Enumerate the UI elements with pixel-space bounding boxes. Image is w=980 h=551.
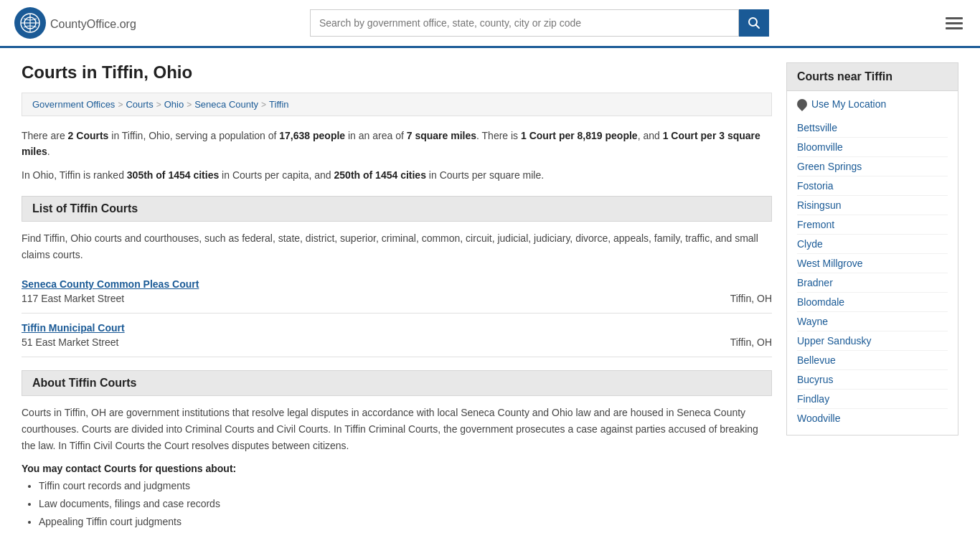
sidebar-city-link-10[interactable]: Wayne bbox=[797, 316, 828, 327]
info-area: 7 square miles bbox=[407, 130, 476, 141]
about-text: Courts in Tiffin, OH are government inst… bbox=[22, 405, 772, 454]
search-input[interactable] bbox=[310, 9, 739, 37]
about-contact-list: Tiffin court records and judgments Law d… bbox=[22, 479, 772, 529]
info-population: 17,638 people bbox=[279, 130, 345, 141]
list-section-header: List of Tiffin Courts bbox=[22, 196, 772, 222]
about-section-header: About Tiffin Courts bbox=[22, 370, 772, 396]
logo-icon bbox=[14, 7, 46, 39]
location-pin-icon bbox=[795, 97, 809, 111]
about-list-item-1: Tiffin court records and judgments bbox=[39, 479, 772, 494]
breadcrumb-sep-2: > bbox=[156, 100, 161, 110]
court-item-2: Tiffin Municipal Court 51 East Market St… bbox=[22, 314, 772, 357]
about-contact-label: You may contact Courts for questions abo… bbox=[22, 463, 772, 474]
court-address-2: 51 East Market Street bbox=[22, 336, 118, 348]
sidebar-city-item-8: Bradner bbox=[797, 273, 948, 293]
sidebar-city-item-1: Bloomville bbox=[797, 138, 948, 157]
search-icon bbox=[748, 17, 760, 29]
breadcrumb: Government Offices > Courts > Ohio > Sen… bbox=[22, 93, 772, 116]
search-area bbox=[310, 9, 769, 37]
sidebar-cities: BettsvilleBloomvilleGreen SpringsFostori… bbox=[797, 118, 948, 428]
sidebar-city-link-6[interactable]: Clyde bbox=[797, 238, 823, 250]
breadcrumb-item-seneca[interactable]: Seneca County bbox=[194, 99, 258, 110]
menu-button[interactable] bbox=[943, 14, 966, 32]
sidebar-city-link-0[interactable]: Bettsville bbox=[797, 122, 837, 133]
sidebar-city-item-11: Upper Sandusky bbox=[797, 331, 948, 351]
breadcrumb-item-ohio[interactable]: Ohio bbox=[164, 99, 184, 110]
sidebar-city-link-2[interactable]: Green Springs bbox=[797, 161, 862, 172]
breadcrumb-sep-3: > bbox=[187, 100, 192, 110]
sidebar-city-item-13: Bucyrus bbox=[797, 370, 948, 390]
info-rank-capita: 305th of 1454 cities bbox=[127, 169, 219, 181]
sidebar-city-item-10: Wayne bbox=[797, 312, 948, 331]
sidebar-city-link-14[interactable]: Findlay bbox=[797, 393, 829, 405]
logo-area: CountyOffice.org bbox=[14, 7, 136, 39]
use-my-location-link[interactable]: Use My Location bbox=[811, 98, 886, 110]
sidebar-city-link-15[interactable]: Woodville bbox=[797, 413, 840, 424]
main-container: Courts in Tiffin, Ohio Government Office… bbox=[0, 48, 980, 547]
court-city-1: Tiffin, OH bbox=[730, 293, 772, 304]
sidebar-city-item-7: West Millgrove bbox=[797, 254, 948, 273]
breadcrumb-item-tiffin[interactable]: Tiffin bbox=[269, 99, 288, 110]
sidebar-city-link-11[interactable]: Upper Sandusky bbox=[797, 335, 872, 347]
breadcrumb-sep-1: > bbox=[118, 100, 123, 110]
sidebar-city-link-3[interactable]: Fostoria bbox=[797, 180, 834, 192]
court-row-1: 117 East Market Street Tiffin, OH bbox=[22, 293, 772, 304]
breadcrumb-sep-4: > bbox=[261, 100, 266, 110]
sidebar-city-item-6: Clyde bbox=[797, 235, 948, 254]
logo-suffix: .org bbox=[116, 18, 136, 30]
info-rank-sqmile: 250th of 1454 cities bbox=[334, 169, 426, 181]
court-row-2: 51 East Market Street Tiffin, OH bbox=[22, 336, 772, 348]
breadcrumb-item-courts[interactable]: Courts bbox=[126, 99, 153, 110]
list-section-description: Find Tiffin, Ohio courts and courthouses… bbox=[22, 230, 772, 263]
sidebar-city-link-5[interactable]: Fremont bbox=[797, 219, 834, 230]
sidebar: Courts near Tiffin Use My Location Betts… bbox=[786, 62, 958, 532]
info-paragraph-2: In Ohio, Tiffin is ranked 305th of 1454 … bbox=[22, 167, 772, 183]
court-list: Seneca County Common Pleas Court 117 Eas… bbox=[22, 270, 772, 357]
sidebar-city-item-12: Bellevue bbox=[797, 351, 948, 370]
info-paragraph-1: There are 2 Courts in Tiffin, Ohio, serv… bbox=[22, 128, 772, 160]
content-area: Courts in Tiffin, Ohio Government Office… bbox=[22, 62, 772, 532]
sidebar-city-item-5: Fremont bbox=[797, 215, 948, 235]
info-per-sqmile: 1 Court per 3 square miles bbox=[22, 130, 760, 157]
logo-text: CountyOffice.org bbox=[50, 15, 136, 32]
sidebar-city-item-15: Woodville bbox=[797, 409, 948, 428]
header: CountyOffice.org bbox=[0, 0, 980, 48]
court-name-2[interactable]: Tiffin Municipal Court bbox=[22, 322, 772, 334]
sidebar-city-link-8[interactable]: Bradner bbox=[797, 277, 833, 288]
sidebar-city-link-1[interactable]: Bloomville bbox=[797, 141, 843, 153]
sidebar-city-item-3: Fostoria bbox=[797, 176, 948, 196]
sidebar-city-item-14: Findlay bbox=[797, 390, 948, 409]
search-button[interactable] bbox=[739, 9, 769, 37]
sidebar-city-item-4: Risingsun bbox=[797, 196, 948, 215]
court-city-2: Tiffin, OH bbox=[730, 336, 772, 348]
court-item-1: Seneca County Common Pleas Court 117 Eas… bbox=[22, 270, 772, 314]
sidebar-location-row: Use My Location bbox=[797, 98, 948, 110]
sidebar-body: Use My Location BettsvilleBloomvilleGree… bbox=[786, 91, 958, 435]
menu-line-1 bbox=[946, 17, 963, 19]
logo-name: CountyOffice bbox=[50, 18, 116, 30]
sidebar-city-link-12[interactable]: Bellevue bbox=[797, 354, 836, 366]
page-title: Courts in Tiffin, Ohio bbox=[22, 62, 772, 83]
sidebar-city-link-13[interactable]: Bucyrus bbox=[797, 374, 834, 385]
menu-line-3 bbox=[946, 27, 963, 29]
sidebar-city-item-2: Green Springs bbox=[797, 157, 948, 176]
sidebar-city-link-7[interactable]: West Millgrove bbox=[797, 258, 863, 269]
court-name-1[interactable]: Seneca County Common Pleas Court bbox=[22, 278, 772, 290]
sidebar-city-item-9: Bloomdale bbox=[797, 293, 948, 312]
info-per-people: 1 Court per 8,819 people bbox=[521, 130, 638, 141]
menu-line-2 bbox=[946, 22, 963, 24]
info-court-count: 2 Courts bbox=[68, 130, 109, 141]
breadcrumb-item-gov-offices[interactable]: Government Offices bbox=[32, 99, 115, 110]
svg-line-5 bbox=[755, 25, 759, 29]
sidebar-city-item-0: Bettsville bbox=[797, 118, 948, 138]
sidebar-city-link-9[interactable]: Bloomdale bbox=[797, 296, 844, 308]
about-list-item-3: Appealing Tiffin court judgments bbox=[39, 514, 772, 529]
court-address-1: 117 East Market Street bbox=[22, 293, 124, 304]
about-list-item-2: Law documents, filings and case records bbox=[39, 496, 772, 512]
sidebar-city-link-4[interactable]: Risingsun bbox=[797, 199, 841, 211]
sidebar-header: Courts near Tiffin bbox=[786, 62, 958, 91]
